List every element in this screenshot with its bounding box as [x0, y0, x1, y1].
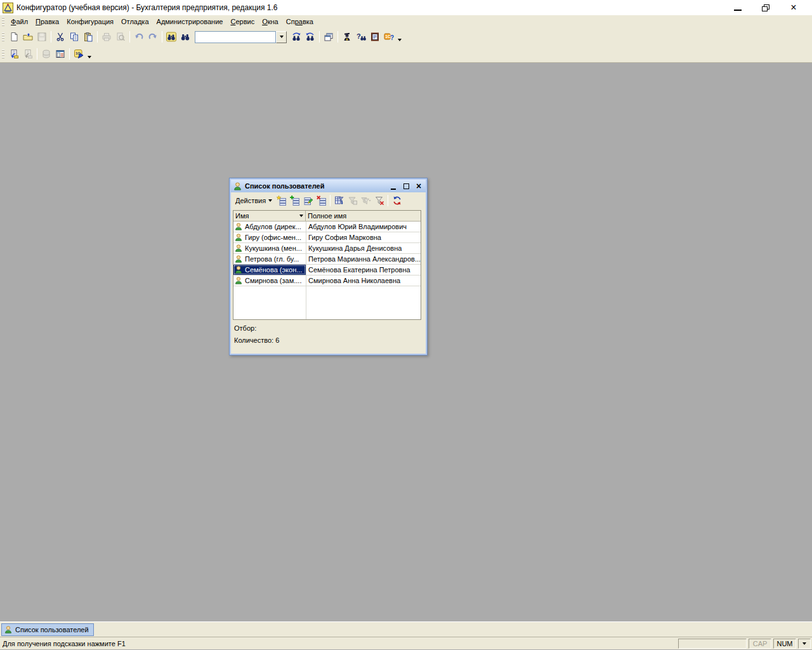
- find-next-button[interactable]: [289, 30, 303, 44]
- user-list-minimize-button[interactable]: [388, 182, 398, 191]
- windows-cascade-button[interactable]: [322, 30, 336, 44]
- taskbar-button-user-list[interactable]: Список пользователей: [1, 623, 94, 636]
- user-icon: [234, 233, 243, 242]
- help-contents-button[interactable]: [368, 30, 382, 44]
- filter-by-value-icon: [348, 196, 358, 206]
- print-preview-button[interactable]: [114, 30, 128, 44]
- table-row[interactable]: Гиру (офис-мен... Гиру София Марковна: [233, 232, 421, 243]
- filter-history-button[interactable]: [359, 194, 372, 207]
- separator: [51, 31, 51, 43]
- refresh-button[interactable]: [390, 194, 403, 207]
- edit-user-button[interactable]: [301, 194, 315, 207]
- open-configuration-icon: [9, 49, 19, 59]
- menu-edit[interactable]: Правка: [32, 17, 63, 27]
- table-row[interactable]: Кукушкина (мен... Кукушкина Дарья Денисо…: [233, 243, 421, 254]
- global-search-button[interactable]: [164, 30, 178, 44]
- help-contents-book-icon: [370, 32, 380, 42]
- user-list-titlebar[interactable]: Список пользователей ×: [231, 180, 426, 192]
- minimize-button[interactable]: [728, 1, 747, 14]
- user-list-window[interactable]: Список пользователей × Действия: [229, 178, 428, 355]
- table-row[interactable]: Абдулов (дирек... Абдулов Юрий Владимиро…: [233, 222, 421, 232]
- save-button[interactable]: [35, 30, 49, 44]
- close-button[interactable]: ×: [784, 1, 803, 14]
- clear-filter-button[interactable]: [372, 194, 386, 207]
- print-icon: [102, 32, 112, 42]
- chevron-down-icon: [280, 36, 284, 38]
- column-header-name[interactable]: Имя: [233, 211, 306, 222]
- help-search-button[interactable]: ?: [354, 30, 368, 44]
- save-icon: [37, 32, 47, 42]
- about-1c-help-button[interactable]: 1С?: [382, 30, 396, 44]
- user-table[interactable]: Имя Полное имя Абдулов (дирек... Абдулов…: [233, 210, 421, 320]
- about-1c-help-icon: 1С?: [384, 32, 394, 42]
- menu-service[interactable]: Сервис: [226, 17, 258, 27]
- redo-button[interactable]: [146, 30, 160, 44]
- update-db-configuration-button[interactable]: [39, 47, 53, 61]
- chevron-down-icon: [802, 642, 806, 645]
- statusbar-options-button[interactable]: [798, 639, 811, 649]
- toolbar1-overflow-button[interactable]: [396, 30, 403, 44]
- copy-button[interactable]: [67, 30, 81, 44]
- add-icon: [277, 196, 287, 206]
- paste-icon: [83, 32, 93, 42]
- user-list-window-controls: ×: [388, 182, 424, 191]
- open-configuration-button[interactable]: [7, 47, 21, 61]
- save-configuration-button[interactable]: [21, 47, 35, 61]
- find-button[interactable]: [178, 30, 192, 44]
- actions-menu-button[interactable]: Действия: [232, 196, 275, 206]
- menu-debug[interactable]: Отладка: [117, 17, 152, 27]
- toolbar2-overflow-button[interactable]: [86, 47, 93, 61]
- filter-by-value-button[interactable]: [346, 194, 359, 207]
- user-icon: [234, 265, 243, 274]
- user-name: Абдулов (дирек...: [245, 223, 301, 230]
- configuration-window-button[interactable]: [53, 47, 67, 61]
- help-search-icon: ?: [356, 32, 366, 42]
- set-filter-sort-button[interactable]: [332, 194, 346, 207]
- user-icon: [234, 222, 243, 231]
- open-button[interactable]: [21, 30, 35, 44]
- user-name: Гиру (офис-мен...: [245, 234, 301, 241]
- search-dropdown-button[interactable]: [276, 31, 287, 43]
- separator: [337, 31, 338, 43]
- new-document-button[interactable]: [7, 30, 21, 44]
- menu-configuration[interactable]: Конфигурация: [63, 17, 117, 27]
- restore-button[interactable]: [756, 1, 775, 14]
- minimize-icon: [734, 10, 742, 11]
- chevron-down-icon: [88, 56, 91, 58]
- toolbar1-grip[interactable]: [2, 32, 4, 42]
- menubar-grip[interactable]: [2, 17, 4, 27]
- cut-scissors-icon: [55, 32, 65, 42]
- menu-windows[interactable]: Окна: [258, 17, 282, 27]
- syntax-helper-button[interactable]: [340, 30, 354, 44]
- menu-file[interactable]: Файл: [7, 17, 32, 27]
- print-button[interactable]: [100, 30, 114, 44]
- user-list-toolbar: Действия: [231, 192, 426, 208]
- sort-dropdown-button[interactable]: [299, 215, 303, 217]
- table-row[interactable]: Петрова (гл. бу... Петрова Марианна Алек…: [233, 254, 421, 265]
- search-input[interactable]: [195, 31, 276, 43]
- chevron-down-icon: [398, 39, 402, 41]
- undo-button[interactable]: [132, 30, 146, 44]
- menu-help[interactable]: Справка: [282, 17, 317, 27]
- syntax-helper-icon: [342, 32, 352, 42]
- cut-button[interactable]: [53, 30, 67, 44]
- paste-button[interactable]: [81, 30, 95, 44]
- table-row[interactable]: Смирнова (зам.... Смирнова Анна Николаев…: [233, 275, 421, 286]
- menu-administration[interactable]: Администрирование: [153, 17, 227, 27]
- user-list-close-button[interactable]: ×: [414, 182, 424, 191]
- add-user-button[interactable]: [275, 194, 288, 207]
- copy-user-button[interactable]: [288, 194, 301, 207]
- column-header-fullname[interactable]: Полное имя: [306, 211, 421, 222]
- table-row-selected[interactable]: Семёнова (экон... Семёнова Екатерина Пет…: [233, 265, 421, 275]
- start-1c-enterprise-button[interactable]: 1С: [72, 47, 86, 61]
- configuration-window-icon: [55, 49, 65, 59]
- undo-icon: [134, 32, 144, 42]
- find-previous-button[interactable]: [303, 30, 317, 44]
- toolbar2-grip[interactable]: [2, 50, 4, 59]
- user-list-maximize-button[interactable]: [401, 182, 411, 191]
- window-title: Конфигуратор (учебная версия) - Бухгалте…: [16, 3, 278, 12]
- delete-user-button[interactable]: [315, 194, 328, 207]
- find-next-icon: [291, 32, 301, 42]
- user-full-name: Гиру София Марковна: [308, 234, 381, 241]
- status-hint: Для получения подсказки нажмите F1: [3, 640, 126, 647]
